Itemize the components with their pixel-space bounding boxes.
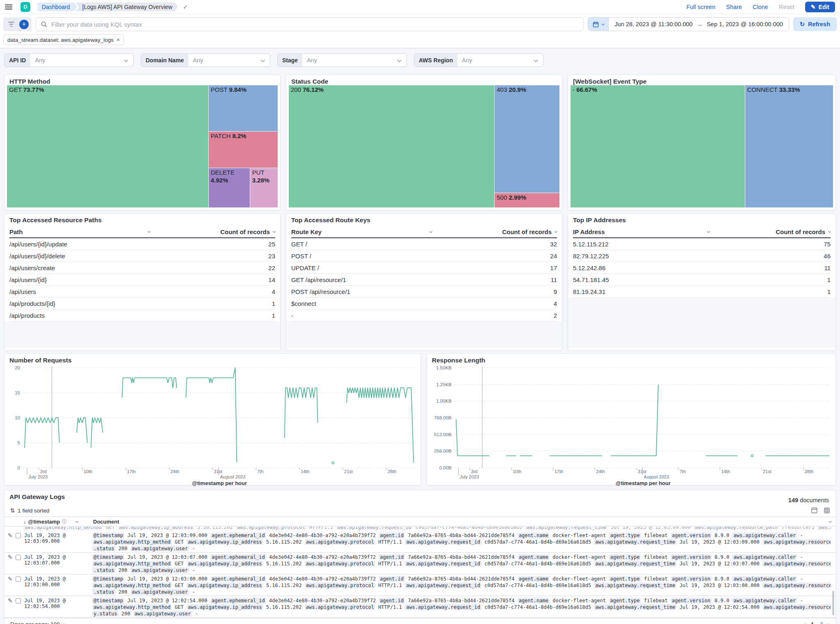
control-label: Domain Name [141,54,188,66]
field-name-pill: agent.type [609,533,641,538]
chevron-down-icon [63,622,66,624]
table-cell-key: $connect [291,300,451,307]
table-key-header[interactable]: Route Key [291,228,432,235]
vertical-scrollbar[interactable] [832,591,834,615]
date-quick-select-button[interactable] [588,18,609,31]
grid-view-icon[interactable] [824,508,830,513]
treemap-tile[interactable]: 403 20.9% [495,85,559,193]
field-name-pill: aws.apigateway.http_method [92,604,172,610]
field-name-pill: agent.id [379,598,405,604]
treemap-tile[interactable]: DELETE 4.92% [209,168,250,207]
status-code-treemap: 200 76.12%403 20.9%500 2.99% [289,85,559,207]
remove-filter-icon[interactable]: × [116,36,120,43]
table-row: 54.71.181.451 [573,274,831,286]
field-name-pill: agent.ephemeral_id [210,598,266,604]
treemap-tile[interactable]: CONNECT 33.33% [745,85,833,207]
table-cell-value: 46 [728,253,831,260]
reset-link[interactable]: Reset [779,4,794,10]
control-domain-name[interactable]: Domain NameAny [141,53,270,67]
table-cell-value: 17 [451,264,557,271]
table-key-header-label: Route Key [291,228,322,235]
table-row: /api/products1 [9,310,275,321]
table-key-header[interactable]: IP Address [573,228,710,235]
expand-document-icon[interactable]: ✎ [8,597,13,604]
filter-menu-icon[interactable] [6,19,16,29]
svg-text:1.50KB: 1.50KB [436,365,452,370]
page-1[interactable]: 1 [811,621,814,624]
table-row: /api/users/{id}/delete23 [9,250,275,262]
table-cell-key: /api/products/{id} [9,300,169,307]
timestamp-column-header[interactable]: ↓ @timestamp ⓘ [23,519,90,525]
menu-icon[interactable] [5,5,12,9]
expand-document-icon[interactable]: ✎ [8,576,13,582]
kql-input[interactable] [51,21,578,28]
tile-label: POST [211,86,229,93]
table-key-header[interactable]: Path [9,228,150,235]
treemap-tile[interactable]: PUT 3.28% [250,168,278,207]
display-options-icon[interactable] [811,508,817,513]
control-label: AWS Region [414,54,457,66]
row-checkbox[interactable] [16,598,21,604]
next-page-icon[interactable]: › [828,621,830,624]
treemap-tile[interactable]: - 66.67% [571,85,745,207]
date-from[interactable]: Jun 28, 2023 @ 11:30:00.000 [614,21,692,27]
tile-label: PATCH [211,132,233,139]
filter-pill-datastream[interactable]: data_stream.dataset: aws.apigateway_logs… [3,34,124,45]
chevron-down-icon [75,519,78,522]
tile-percent: 8.2% [232,132,246,139]
field-name-pill: agent.id [379,576,405,582]
log-document-line: .status 200 aws.apigateway.user - [92,545,831,552]
svg-text:1.25KB: 1.25KB [436,382,452,387]
table-value-header[interactable]: Count of records [710,228,831,235]
treemap-tile[interactable]: 500 2.99% [495,193,559,207]
table-cell-value: 9 [451,288,557,295]
full-screen-link[interactable]: Full screen [686,4,715,10]
add-filter-button[interactable]: + [19,20,29,29]
field-name-pill: @timestamp [92,576,124,582]
date-range[interactable]: Jun 28, 2023 @ 11:30:00.000 → Sep 1, 202… [609,18,788,31]
tile-label: - [573,86,576,93]
space-avatar[interactable]: D [21,2,30,12]
table-cell-value: 4 [169,288,275,295]
field-name-pill: aws.apigateway.protocol [305,583,375,588]
rows-per-page-button[interactable]: Rows per page: 100 [10,621,65,624]
refresh-icon: ↻ [800,21,805,27]
control-aws-region[interactable]: AWS RegionAny [414,53,543,67]
refresh-button[interactable]: ↻ Refresh [793,17,837,31]
breadcrumb-dashboard[interactable]: Dashboard [38,2,78,11]
svg-text:21st: 21st [763,469,772,474]
field-name-pill: aws.apigateway.user [130,589,189,595]
control-label: Stage [278,54,302,66]
fields-sorted-button[interactable]: ⇅ 1 field sorted [10,507,50,514]
panel-title: Top Accessed Resource Paths [9,216,102,224]
edit-button[interactable]: ✎ Edit [805,2,835,12]
control-stage[interactable]: StageAny [277,53,407,67]
chevron-down-icon [124,58,128,62]
date-to[interactable]: Sep 1, 2023 @ 16:00:00.000 [707,21,783,27]
expand-document-icon[interactable]: ✎ [8,532,13,539]
expand-document-icon[interactable]: ✎ [8,554,13,560]
row-checkbox[interactable] [16,555,21,560]
clone-link[interactable]: Clone [753,4,768,10]
treemap-tile[interactable]: POST 9.84% [209,85,278,132]
treemap-tile[interactable]: 200 76.12% [289,85,495,207]
previous-page-icon[interactable]: ‹ [804,621,806,624]
log-document-cell: @timestamp Jul 19, 2023 @ 12:03:07.000 a… [92,554,831,574]
field-name-pill: aws.apigateway.request_id [405,604,482,610]
document-column-header[interactable]: Document [90,519,835,525]
table-value-header[interactable]: Count of records [150,228,275,235]
field-name-pill: agent.ephemeral_id [210,576,266,582]
control-api-id[interactable]: API IDAny [4,53,134,67]
logs-grid-body: ✎Jul 19, 2023 @ 12:03:09.000@timestamp J… [5,531,835,618]
row-checkbox[interactable] [16,576,21,582]
panel-websocket-event-type: [WebSocket] Event Type - 66.67%CONNECT 3… [568,75,836,210]
breadcrumb-current-title: [Logs AWS] API Gateway Overview [76,2,178,11]
table-value-header[interactable]: Count of records [432,228,557,235]
share-link[interactable]: Share [726,4,742,10]
field-name-pill: aws.apigateway.protocol [236,527,306,530]
row-checkbox[interactable] [16,533,21,538]
page-2[interactable]: 2 [819,621,823,624]
tile-label: CONNECT [747,86,779,93]
treemap-tile[interactable]: GET 73.77% [7,85,209,207]
treemap-tile[interactable]: PATCH 8.2% [209,132,278,168]
